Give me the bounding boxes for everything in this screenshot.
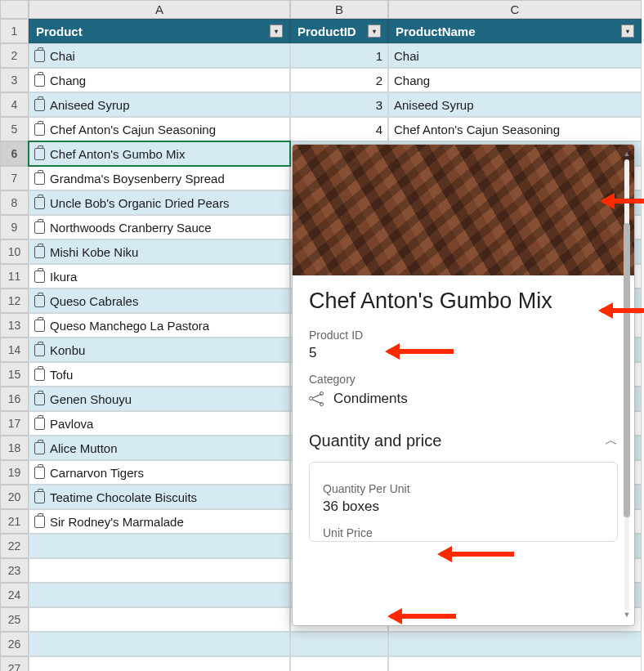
column-header-A[interactable]: A [29, 0, 290, 19]
cell-product[interactable] [29, 558, 290, 583]
column-header-C[interactable]: C [388, 0, 642, 19]
cell-text: Aniseed Syrup [50, 98, 130, 112]
select-all-corner[interactable] [0, 0, 29, 19]
scroll-down-icon[interactable]: ▼ [621, 611, 633, 620]
cell-product[interactable]: Tofu [29, 362, 290, 387]
row-header[interactable]: 16 [0, 387, 29, 411]
data-type-icon [34, 491, 45, 503]
cell-product[interactable]: Sir Rodney's Marmalade [29, 509, 290, 534]
row-header[interactable]: 26 [0, 632, 29, 656]
data-type-icon [34, 221, 45, 234]
row-header[interactable]: 27 [0, 656, 29, 671]
card-scrollbar[interactable]: ▲ ▼ [621, 150, 633, 620]
column-header-B[interactable]: B [290, 0, 388, 19]
row-header[interactable]: 13 [0, 313, 29, 338]
row-header[interactable]: 19 [0, 460, 29, 485]
cell-product[interactable] [29, 583, 290, 607]
cell-text: Genen Shouyu [50, 392, 132, 406]
cell-product[interactable]: Genen Shouyu [29, 387, 290, 411]
row-header[interactable]: 4 [0, 92, 29, 117]
cell-text: Northwoods Cranberry Sauce [50, 221, 212, 235]
row-header[interactable]: 12 [0, 289, 29, 313]
card-title: Chef Anton's Gumbo Mix [309, 289, 618, 314]
data-type-icon [34, 271, 45, 283]
row-header[interactable]: 5 [0, 117, 29, 141]
cell-product[interactable]: Alice Mutton [29, 436, 290, 460]
row-header[interactable]: 9 [0, 215, 29, 239]
card-body: Chef Anton's Gumbo Mix Product ID 5 Cate… [293, 275, 634, 625]
cell-product[interactable]: Chai [29, 43, 290, 68]
data-type-icon [34, 418, 45, 430]
cell-product[interactable]: Queso Cabrales [29, 289, 290, 313]
cell-productname[interactable]: Chef Anton's Cajun Seasoning [388, 117, 642, 141]
row-header[interactable]: 17 [0, 411, 29, 436]
cell-product[interactable] [29, 534, 290, 558]
cell-product[interactable] [29, 632, 290, 656]
row-header[interactable]: 11 [0, 264, 29, 289]
row-header[interactable]: 7 [0, 166, 29, 190]
row-header[interactable]: 6 [0, 141, 29, 166]
row-header[interactable]: 3 [0, 68, 29, 92]
data-type-icon [34, 50, 45, 62]
category-value: Condiments [333, 391, 408, 407]
filter-dropdown-icon[interactable]: ▾ [368, 25, 381, 38]
row-header[interactable]: 23 [0, 558, 29, 583]
section-header-qp[interactable]: Quantity and price ︿ [309, 427, 618, 450]
row-header[interactable]: 24 [0, 583, 29, 607]
cell-product[interactable]: Pavlova [29, 411, 290, 436]
cell-product[interactable]: Uncle Bob's Organic Dried Pears [29, 190, 290, 215]
row-header[interactable]: 25 [0, 607, 29, 632]
cell-product[interactable]: Grandma's Boysenberry Spread [29, 166, 290, 190]
row-header[interactable]: 21 [0, 509, 29, 534]
cell-product[interactable]: Queso Manchego La Pastora [29, 313, 290, 338]
unit-price-label: Unit Price [323, 526, 604, 539]
cell-productname[interactable]: Chai [388, 43, 642, 68]
cell-product[interactable]: Chang [29, 68, 290, 92]
filter-dropdown-icon[interactable]: ▾ [621, 25, 634, 38]
product-id-label: Product ID [309, 329, 618, 342]
row-header[interactable]: 18 [0, 436, 29, 460]
section-title: Quantity and price [309, 432, 441, 450]
cell-productid[interactable]: 2 [290, 68, 388, 92]
row-header[interactable]: 22 [0, 534, 29, 558]
annotation-arrow [602, 308, 644, 313]
cell-productid[interactable] [290, 656, 388, 671]
cell-product[interactable]: Chef Anton's Cajun Seasoning [29, 117, 290, 141]
row-header[interactable]: 14 [0, 338, 29, 362]
row-header[interactable]: 8 [0, 190, 29, 215]
cell-product[interactable]: Konbu [29, 338, 290, 362]
scrollbar-thumb[interactable] [624, 223, 630, 517]
row-header[interactable]: 2 [0, 43, 29, 68]
cell-product[interactable]: Carnarvon Tigers [29, 460, 290, 485]
cell-product[interactable]: Teatime Chocolate Biscuits [29, 485, 290, 509]
cell-product[interactable] [29, 607, 290, 632]
row-header[interactable]: 20 [0, 485, 29, 509]
cell-productid[interactable] [290, 632, 388, 656]
row-header[interactable]: 1 [0, 19, 29, 43]
row-header[interactable]: 15 [0, 362, 29, 387]
cell-productname[interactable]: Aniseed Syrup [388, 92, 642, 117]
row-header[interactable]: 10 [0, 239, 29, 264]
cell-product[interactable] [29, 656, 290, 671]
chevron-up-icon: ︿ [605, 432, 618, 450]
cell-product[interactable]: Ikura [29, 264, 290, 289]
table-header-product[interactable]: Product▾ [29, 19, 290, 43]
cell-product[interactable]: Mishi Kobe Niku [29, 239, 290, 264]
filter-dropdown-icon[interactable]: ▾ [270, 25, 283, 38]
cell-productid[interactable]: 3 [290, 92, 388, 117]
cell-text: Mishi Kobe Niku [50, 245, 138, 259]
data-type-icon [34, 197, 45, 209]
data-type-icon [34, 99, 45, 111]
cell-product[interactable]: Chef Anton's Gumbo Mix [29, 141, 290, 166]
cell-text: Pavlova [50, 417, 93, 431]
table-header-productName[interactable]: ProductName▾ [388, 19, 642, 43]
scroll-up-icon[interactable]: ▲ [621, 150, 633, 159]
cell-productname[interactable] [388, 656, 642, 671]
cell-product[interactable]: Northwoods Cranberry Sauce [29, 215, 290, 239]
table-header-productId[interactable]: ProductID▾ [290, 19, 388, 43]
cell-productid[interactable]: 1 [290, 43, 388, 68]
cell-productname[interactable]: Chang [388, 68, 642, 92]
cell-product[interactable]: Aniseed Syrup [29, 92, 290, 117]
cell-productname[interactable] [388, 632, 642, 656]
cell-productid[interactable]: 4 [290, 117, 388, 141]
